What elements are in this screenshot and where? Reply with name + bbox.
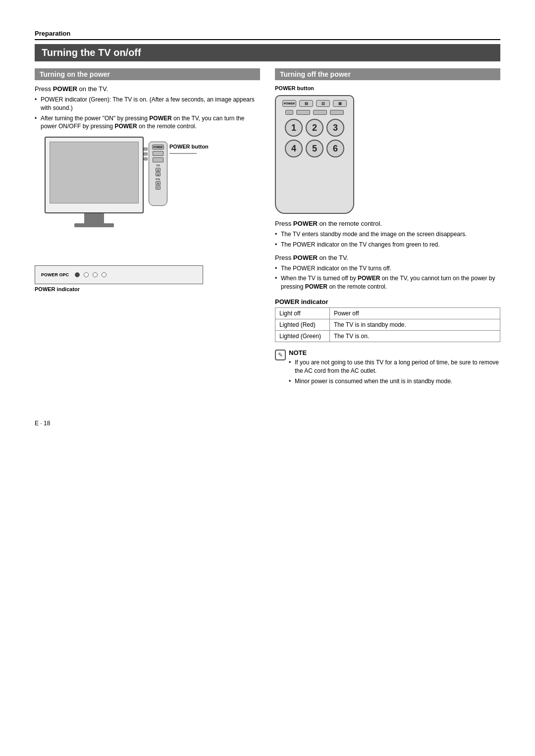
top-divider — [35, 39, 500, 40]
right-bullet-remote-1: The TV enters standby mode and the image… — [275, 230, 500, 239]
table-row: Lighted (Red) The TV is in standby mode. — [275, 319, 500, 330]
remote-body: POWER ⊟ ⊡ ⊞ … 1 2 3 — [275, 95, 354, 214]
tv-body — [45, 137, 144, 213]
note-content: NOTE If you are not going to use this TV… — [289, 349, 500, 390]
dot-3 — [93, 272, 98, 277]
remote-num-4: 4 — [285, 140, 303, 157]
remote-illustration-wrapper: POWER ⊟ ⊡ ⊞ … 1 2 3 — [275, 95, 500, 214]
right-bullet-tv-2: When the TV is turned off by POWER on th… — [275, 274, 500, 291]
bottom-indicator-area: POWER OPC POWER indicator — [35, 265, 203, 292]
right-power-button-label: POWER button — [275, 85, 500, 91]
power-indicator-table: Light off Power off Lighted (Red) The TV… — [275, 307, 500, 342]
indicator-dots — [75, 272, 107, 277]
page-title: Turning the TV on/off — [35, 44, 500, 61]
pi-col2-2: The TV is on. — [330, 330, 500, 342]
pi-title: POWER indicator — [275, 298, 500, 305]
remote-number-grid: 1 2 3 4 5 6 — [285, 119, 344, 157]
dot-1 — [75, 272, 80, 277]
preparation-label: Preparation — [35, 30, 500, 37]
dot-4 — [102, 272, 107, 277]
power-indicator-bottom-label: POWER indicator — [35, 286, 203, 292]
left-press-line: Press POWER on the TV. — [35, 85, 260, 93]
tv-remote-illustration: POWER CH ∧ ∨ VOL + — [35, 137, 260, 305]
right-bullet-remote-2: The POWER indicator on the TV changes fr… — [275, 241, 500, 249]
sr-menu-row — [153, 151, 163, 156]
pi-col1-2: Lighted (Green) — [275, 330, 330, 342]
right-press-remote: Press POWER on the remote control. — [275, 220, 500, 227]
right-section-title: Turning off the power — [275, 68, 500, 80]
note-label: NOTE — [289, 349, 500, 356]
remote-btn-2: ⊟ — [299, 100, 313, 107]
tv-stand — [45, 213, 144, 227]
left-bullet-2: After turning the power "ON" by pressing… — [35, 114, 260, 131]
table-row: Lighted (Green) The TV is on. — [275, 330, 500, 342]
remote-btn-3: ⊡ — [316, 100, 330, 107]
left-bullet-list: POWER indicator (Green): The TV is on. (… — [35, 96, 260, 131]
right-column: Turning off the power POWER button POWER… — [275, 68, 500, 390]
remote-num-1: 1 — [285, 119, 303, 137]
sr-tvvideo-row — [153, 157, 163, 162]
remote-num-2: 2 — [306, 119, 323, 137]
table-row: Light off Power off — [275, 307, 500, 319]
remote-num-5: 5 — [306, 140, 323, 157]
remote-illustration: POWER ⊟ ⊡ ⊞ … 1 2 3 — [275, 95, 354, 214]
tv-screen — [50, 142, 139, 203]
remote-num-6: 6 — [326, 140, 344, 157]
note-icon: ✎ — [275, 350, 286, 360]
page-footer: E · 18 — [35, 420, 500, 427]
note-bullet-2: Minor power is consumed when the unit is… — [289, 377, 500, 386]
left-section-title: Turning on the power — [35, 68, 260, 80]
tv-drawing — [45, 137, 144, 227]
indicator-strip: POWER OPC — [35, 265, 203, 284]
right-press-tv: Press POWER on the TV. — [275, 254, 500, 261]
remote-top-row: POWER ⊟ ⊡ ⊞ — [282, 100, 347, 107]
pi-col2-1: The TV is in standby mode. — [330, 319, 500, 330]
left-bullet-1: POWER indicator (Green): The TV is on. (… — [35, 96, 260, 112]
dot-2 — [84, 272, 89, 277]
side-remote-drawing: POWER CH ∧ ∨ VOL + — [149, 142, 167, 206]
note-section: ✎ NOTE If you are not going to use this … — [275, 349, 500, 390]
left-column: Turning on the power Press POWER on the … — [35, 68, 260, 311]
right-bullets-remote: The TV enters standby mode and the image… — [275, 230, 500, 249]
note-bullet-list: If you are not going to use this TV for … — [289, 358, 500, 385]
note-bullet-1: If you are not going to use this TV for … — [289, 358, 500, 375]
sr-power-btn: POWER — [152, 145, 164, 150]
power-button-text: POWER button — [169, 144, 209, 150]
pi-col1-0: Light off — [275, 307, 330, 319]
remote-power-btn: POWER — [282, 100, 296, 107]
pi-col2-0: Power off — [330, 307, 500, 319]
right-bullets-tv: The POWER indicator on the TV turns off.… — [275, 264, 500, 291]
right-bullet-tv-1: The POWER indicator on the TV turns off. — [275, 264, 500, 273]
power-button-annotation: POWER button — [169, 143, 209, 161]
power-indicator-section: POWER indicator Light off Power off Ligh… — [275, 298, 500, 342]
remote-num-3: 3 — [326, 119, 344, 137]
pi-col1-1: Lighted (Red) — [275, 319, 330, 330]
remote-btn-4: ⊞ — [333, 100, 347, 107]
power-arrow — [169, 151, 199, 161]
remote-mid-row-1: … — [285, 110, 344, 115]
